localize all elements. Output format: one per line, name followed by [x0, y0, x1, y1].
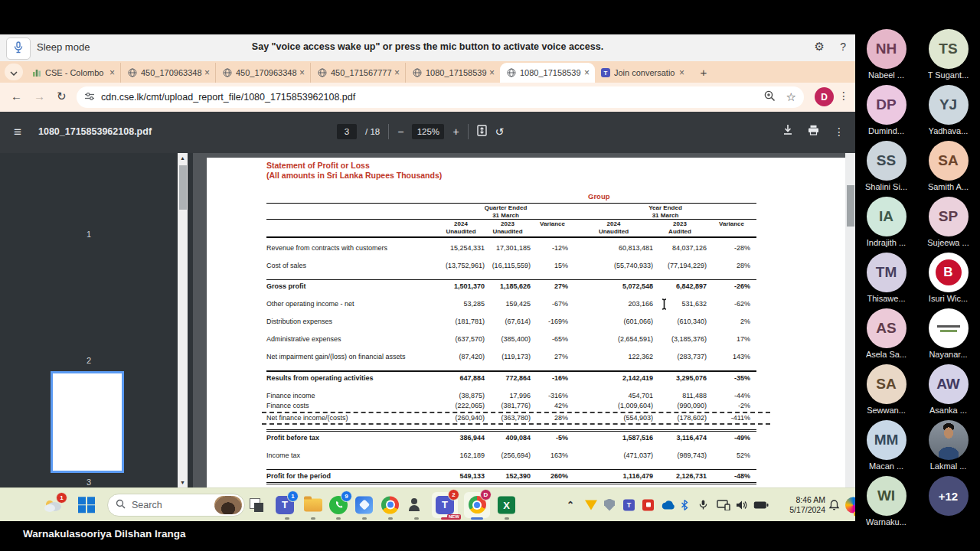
- whatsapp-button[interactable]: 9: [329, 496, 348, 514]
- bookmark-star-icon[interactable]: ☆: [786, 90, 796, 104]
- pdf-more-icon[interactable]: ⋮: [834, 126, 844, 138]
- participant-name: Dumind...: [868, 126, 904, 135]
- cell-value: 772,864: [485, 374, 531, 383]
- zoom-level[interactable]: 125%: [412, 124, 444, 139]
- participant-avatar[interactable]: TS: [929, 29, 969, 69]
- participant-avatar[interactable]: SP: [929, 197, 969, 236]
- browser-menu-icon[interactable]: ⋮: [838, 90, 849, 102]
- reload-icon[interactable]: ↻: [57, 90, 67, 103]
- tab-close-icon[interactable]: ×: [582, 67, 592, 78]
- start-button[interactable]: [78, 497, 95, 514]
- taskbar-clock[interactable]: 8:46 AM 5/17/2024: [789, 495, 825, 515]
- back-icon[interactable]: ←: [11, 90, 22, 103]
- chrome-button[interactable]: [381, 496, 399, 514]
- cell-value: 84,037,126: [653, 244, 707, 253]
- tab-close-icon[interactable]: ×: [297, 67, 307, 78]
- task-view-button[interactable]: [250, 498, 263, 512]
- zoom-in-icon[interactable]: +: [452, 126, 459, 138]
- mic-tray-icon[interactable]: [699, 499, 707, 510]
- site-info-icon[interactable]: [84, 90, 95, 104]
- participant-avatar[interactable]: AS: [867, 308, 906, 348]
- cast-tray-icon[interactable]: [717, 500, 730, 510]
- taskbar-search[interactable]: Search: [107, 494, 245, 517]
- participant-avatar[interactable]: NH: [867, 29, 906, 69]
- profile-avatar[interactable]: D: [815, 87, 834, 106]
- browser-tab[interactable]: 1080_17158539×: [405, 63, 500, 83]
- participant-logo[interactable]: [929, 308, 969, 348]
- participant-avatar[interactable]: SA: [929, 141, 969, 181]
- participant-avatar[interactable]: IA: [867, 197, 906, 236]
- browser-tab[interactable]: 450_171567777×: [310, 63, 405, 83]
- people-button[interactable]: [407, 497, 423, 513]
- teams-tray-icon[interactable]: T: [623, 499, 635, 510]
- onedrive-tray-icon[interactable]: [661, 500, 675, 510]
- page-number-input[interactable]: 3: [337, 124, 357, 139]
- scroll-up-icon[interactable]: ▲: [178, 155, 188, 161]
- tab-title: 450_171567777: [331, 68, 392, 77]
- participant-avatar[interactable]: SA: [867, 364, 906, 404]
- tray-expand-icon[interactable]: ⌃: [567, 500, 574, 510]
- thumbnail-page-3[interactable]: [51, 371, 124, 473]
- table-row: Other operating income - net53,285159,42…: [266, 300, 756, 308]
- participant-avatar[interactable]: YJ: [929, 85, 969, 125]
- scrollbar-thumb[interactable]: [179, 165, 187, 210]
- print-icon[interactable]: [808, 125, 819, 139]
- tab-close-icon[interactable]: ×: [107, 67, 117, 78]
- security-tray-icon[interactable]: [604, 499, 615, 511]
- new-tab-button[interactable]: +: [694, 63, 713, 81]
- browser-tab[interactable]: CSE - Colombo×: [25, 63, 120, 83]
- tab-close-icon[interactable]: ×: [202, 67, 212, 78]
- overflow-count-avatar[interactable]: +12: [929, 476, 969, 516]
- browser-tab[interactable]: 450_170963348×: [215, 63, 310, 83]
- gear-icon[interactable]: ⚙: [815, 40, 825, 54]
- browser-tab[interactable]: TJoin conversatio×: [595, 63, 690, 83]
- participant-avatar[interactable]: AW: [929, 364, 969, 404]
- document-scrollbar[interactable]: [845, 153, 855, 487]
- globe-favicon-icon: [127, 68, 137, 78]
- volume-tray-icon[interactable]: [736, 500, 747, 510]
- participant-avatar[interactable]: TM: [867, 253, 906, 292]
- download-icon[interactable]: [782, 124, 793, 139]
- zoom-out-icon[interactable]: −: [397, 126, 403, 138]
- rotate-icon[interactable]: ↺: [495, 126, 505, 138]
- browser-tab[interactable]: 450_170963348×: [120, 63, 215, 83]
- tab-close-icon[interactable]: ×: [392, 67, 402, 78]
- weather-widget[interactable]: 1: [43, 497, 64, 513]
- tab-close-icon[interactable]: ×: [487, 67, 497, 78]
- teams-app-button[interactable]: T 2 NEW: [432, 492, 458, 518]
- participant-avatar[interactable]: DP: [867, 85, 906, 125]
- excel-button[interactable]: X: [498, 496, 515, 514]
- tray-app-icon[interactable]: [585, 500, 597, 510]
- scroll-down-icon[interactable]: ▼: [178, 480, 188, 485]
- participant-logo[interactable]: B: [929, 253, 969, 292]
- help-icon[interactable]: ?: [840, 41, 846, 53]
- pdf-menu-icon[interactable]: ≡: [14, 125, 21, 140]
- header-line: Unaudited: [437, 228, 485, 236]
- scrollbar-thumb[interactable]: [847, 185, 854, 227]
- cell-value: 53,285: [437, 300, 485, 308]
- cell-value: 386,944: [437, 434, 485, 442]
- file-explorer-button[interactable]: [304, 498, 322, 511]
- chat-button[interactable]: T 1: [276, 496, 294, 514]
- search-highlight-image[interactable]: [214, 496, 242, 514]
- photos-button[interactable]: [355, 496, 373, 514]
- participant-avatar[interactable]: WI: [867, 476, 906, 516]
- notifications-button[interactable]: [828, 499, 840, 510]
- browser-tab[interactable]: 1080_17158539×: [500, 63, 595, 83]
- tab-search-button[interactable]: [5, 64, 23, 80]
- fit-page-icon[interactable]: [477, 125, 487, 139]
- thumbnail-scrollbar[interactable]: ▲ ▼: [178, 153, 188, 487]
- forward-icon[interactable]: →: [34, 90, 45, 103]
- participant-avatar[interactable]: SS: [867, 141, 906, 181]
- participant-avatar[interactable]: MM: [867, 420, 906, 460]
- url-field[interactable]: cdn.cse.lk/cmt/upload_report_file/1080_1…: [77, 86, 804, 108]
- zoom-page-icon[interactable]: [764, 90, 776, 105]
- bluetooth-tray-icon[interactable]: [681, 499, 688, 510]
- tab-close-icon[interactable]: ×: [677, 67, 687, 78]
- red-app-tray-icon[interactable]: [642, 499, 654, 510]
- cell-value: (989,743): [653, 452, 707, 460]
- chrome-profile-button[interactable]: D: [464, 492, 490, 518]
- participant-photo[interactable]: [929, 420, 969, 460]
- battery-tray-icon[interactable]: [753, 500, 769, 509]
- chrome-icon: [381, 496, 399, 514]
